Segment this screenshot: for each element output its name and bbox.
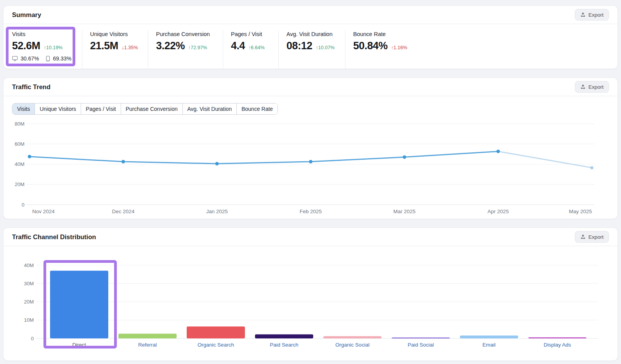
device-split: 30.67% 69.33% bbox=[12, 55, 78, 62]
export-icon bbox=[580, 84, 586, 90]
y-tick-label: 40M bbox=[24, 262, 34, 268]
traffic-trend-line-chart: 020M40M60M80MNov 2024Dec 2024Jan 2025Feb… bbox=[3, 116, 618, 218]
metric-change: ↑6.64% bbox=[248, 45, 265, 50]
bar-organic-search[interactable] bbox=[187, 326, 245, 338]
metric-change: ↑72.97% bbox=[188, 45, 207, 50]
desktop-icon bbox=[12, 56, 18, 61]
channel-distribution-bar-chart: 010M20M30M40MDirectReferralOrganic Searc… bbox=[3, 254, 618, 351]
tab-purchase-conversion[interactable]: Purchase Conversion bbox=[121, 104, 182, 114]
summary-header: Summary Export bbox=[3, 6, 618, 24]
channel-label-organic-search[interactable]: Organic Search bbox=[198, 342, 234, 348]
bar-referral[interactable] bbox=[118, 334, 177, 338]
metric-pages-per-visit: Pages / Visit 4.4 ↑6.64% bbox=[223, 30, 278, 69]
bar-organic-social[interactable] bbox=[323, 336, 382, 338]
y-tick-label: 0 bbox=[31, 336, 34, 342]
channel-label-display-ads[interactable]: Display Ads bbox=[544, 342, 571, 348]
trend-point-feb-2025[interactable] bbox=[309, 160, 312, 163]
y-tick-label: 10M bbox=[24, 317, 34, 323]
tab-unique-visitors[interactable]: Unique Visitors bbox=[35, 104, 81, 114]
metric-label: Pages / Visit bbox=[231, 31, 274, 37]
metric-label: Purchase Conversion bbox=[156, 31, 219, 37]
y-tick-label: 20M bbox=[15, 181, 24, 187]
tab-avg-visit-duration[interactable]: Avg. Visit Duration bbox=[182, 104, 237, 114]
metric-change: ↑10.07% bbox=[316, 45, 335, 50]
trend-point-apr-2025[interactable] bbox=[496, 150, 500, 153]
metric-value: 4.4 bbox=[231, 40, 245, 52]
channel-label-organic-social[interactable]: Organic Social bbox=[335, 342, 369, 348]
tab-pages-per-visit[interactable]: Pages / Visit bbox=[81, 104, 121, 114]
bar-paid-social[interactable] bbox=[392, 338, 450, 338]
summary-card: Summary Export Visits 52.6M ↑10.19% 30.6… bbox=[3, 5, 618, 69]
metric-value: 08:12 bbox=[286, 40, 312, 52]
trend-point-dec-2024[interactable] bbox=[121, 160, 125, 163]
channel-distribution-title: Traffic Channel Distribution bbox=[12, 233, 96, 241]
metric-purchase-conversion: Purchase Conversion 3.22% ↑72.97% bbox=[148, 30, 223, 69]
y-tick-label: 80M bbox=[15, 121, 24, 127]
trend-point-may-2025[interactable] bbox=[590, 166, 593, 169]
channel-label-referral[interactable]: Referral bbox=[138, 342, 157, 348]
bar-display-ads[interactable] bbox=[528, 337, 586, 338]
channel-label-direct[interactable]: Direct bbox=[72, 342, 86, 348]
summary-export-button[interactable]: Export bbox=[575, 9, 609, 21]
metric-value: 21.5M bbox=[90, 40, 118, 52]
channel-distribution-export-button[interactable]: Export bbox=[575, 231, 609, 243]
channel-distribution-header: Traffic Channel Distribution Export bbox=[3, 228, 618, 246]
export-label: Export bbox=[588, 234, 604, 240]
trend-line bbox=[29, 152, 498, 164]
metric-label: Bounce Rate bbox=[353, 31, 407, 37]
metric-avg-visit-duration: Avg. Visit Duration 08:12 ↑10.07% bbox=[278, 30, 345, 69]
channel-label-email[interactable]: Email bbox=[482, 342, 496, 348]
traffic-trend-export-button[interactable]: Export bbox=[575, 81, 609, 93]
export-icon bbox=[580, 12, 586, 17]
x-tick-label: Apr 2025 bbox=[487, 209, 509, 214]
mobile-icon bbox=[46, 56, 50, 62]
metric-bounce-rate: Bounce Rate 50.84% ↑1.16% bbox=[345, 30, 411, 69]
summary-title: Summary bbox=[12, 11, 41, 19]
channel-distribution-card: Traffic Channel Distribution Export 010M… bbox=[3, 228, 618, 361]
export-icon bbox=[580, 234, 586, 240]
x-tick-label: Nov 2024 bbox=[32, 209, 55, 214]
metric-value: 3.22% bbox=[156, 40, 185, 52]
tab-visits[interactable]: Visits bbox=[12, 104, 35, 114]
traffic-trend-card: Traffic Trend Export Visits Unique Visit… bbox=[3, 78, 618, 219]
metric-change: ↑10.19% bbox=[44, 45, 63, 50]
bar-direct[interactable] bbox=[50, 271, 108, 338]
metric-value: 50.84% bbox=[353, 40, 388, 52]
traffic-trend-title: Traffic Trend bbox=[12, 83, 50, 91]
bar-email[interactable] bbox=[460, 335, 518, 338]
channel-label-paid-social[interactable]: Paid Social bbox=[408, 342, 434, 348]
x-tick-label: May 2025 bbox=[569, 209, 592, 214]
summary-metrics-row: Visits 52.6M ↑10.19% 30.67% 69.33% Uniqu… bbox=[3, 24, 618, 69]
traffic-trend-header: Traffic Trend Export bbox=[3, 78, 618, 96]
metric-visits: Visits 52.6M ↑10.19% 30.67% 69.33% bbox=[3, 30, 82, 69]
trend-point-mar-2025[interactable] bbox=[403, 155, 406, 159]
trend-point-jan-2025[interactable] bbox=[215, 162, 219, 166]
tab-bounce-rate[interactable]: Bounce Rate bbox=[236, 104, 278, 114]
metric-label: Avg. Visit Duration bbox=[286, 31, 341, 37]
x-tick-label: Dec 2024 bbox=[112, 209, 135, 214]
trend-line-partial bbox=[498, 152, 592, 168]
metric-change: ↑1.16% bbox=[391, 45, 408, 50]
metric-label: Visits bbox=[12, 31, 78, 37]
y-tick-label: 0 bbox=[22, 202, 24, 208]
y-tick-label: 30M bbox=[24, 281, 34, 286]
y-tick-label: 40M bbox=[15, 161, 24, 167]
x-tick-label: Feb 2025 bbox=[300, 209, 322, 214]
metric-unique-visitors: Unique Visitors 21.5M ↓1.35% bbox=[82, 30, 148, 69]
metric-value: 52.6M bbox=[12, 40, 40, 52]
bar-paid-search[interactable] bbox=[255, 335, 313, 338]
y-tick-label: 20M bbox=[24, 299, 34, 305]
y-tick-label: 60M bbox=[15, 141, 24, 147]
x-tick-label: Mar 2025 bbox=[393, 209, 415, 214]
metric-label: Unique Visitors bbox=[90, 31, 144, 37]
export-label: Export bbox=[588, 12, 604, 18]
trend-point-nov-2024[interactable] bbox=[28, 155, 31, 158]
metric-change: ↓1.35% bbox=[122, 45, 138, 50]
desktop-share: 30.67% bbox=[21, 55, 39, 62]
x-tick-label: Jan 2025 bbox=[206, 209, 228, 214]
channel-label-paid-search[interactable]: Paid Search bbox=[270, 342, 298, 348]
export-label: Export bbox=[588, 84, 604, 90]
mobile-share: 69.33% bbox=[53, 55, 71, 62]
trend-metric-tabs: Visits Unique Visitors Pages / Visit Pur… bbox=[12, 103, 278, 115]
